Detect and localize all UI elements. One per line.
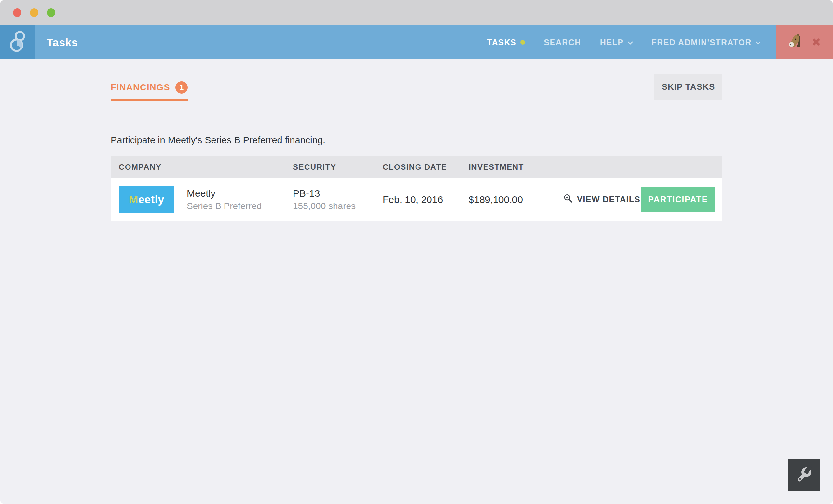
nav-item-tasks[interactable]: TASKS [487, 38, 525, 47]
page-title: Tasks [47, 36, 78, 49]
company-security-type: Series B Preferred [187, 200, 262, 212]
nav-item-search[interactable]: SEARCH [544, 38, 581, 47]
tab-financings[interactable]: FINANCINGS 1 [111, 81, 188, 101]
nav-item-user-menu[interactable]: FRED ADMIN'STRATOR [652, 38, 761, 47]
table-header-row: COMPANY SECURITY CLOSING DATE INVESTMENT [111, 156, 722, 178]
investment-cell: $189,100.00 [469, 194, 550, 205]
zoom-window-button[interactable] [47, 8, 55, 17]
chevron-down-icon [756, 41, 761, 45]
tab-financings-label: FINANCINGS [111, 82, 170, 93]
close-icon [812, 38, 820, 47]
meetly-logo: Meetly [119, 186, 174, 213]
column-header-company: COMPANY [111, 162, 293, 172]
view-details-button[interactable]: VIEW DETAILS [563, 194, 640, 205]
participate-button[interactable]: PARTICIPATE [641, 187, 715, 212]
company-name: Meetly [187, 187, 262, 200]
company-cell: Meetly Meetly Series B Preferred [111, 186, 293, 213]
eshares-logo[interactable] [0, 25, 35, 59]
close-window-button[interactable] [13, 8, 22, 17]
dev-tools-button[interactable] [788, 459, 820, 491]
investment-amount: $189,100.00 [469, 194, 523, 205]
macos-titlebar [0, 0, 833, 25]
closing-date-cell: Feb. 10, 2016 [383, 194, 469, 205]
nav-item-help[interactable]: HELP [600, 38, 633, 47]
column-header-security: SECURITY [293, 162, 383, 172]
app-window: Tasks TASKS SEARCH HELP FRED ADMIN'STRAT… [0, 0, 833, 504]
zoom-in-icon [563, 194, 573, 205]
horse-emoji-icon [788, 34, 804, 51]
financings-table: COMPANY SECURITY CLOSING DATE INVESTMENT… [111, 156, 722, 221]
closing-date: Feb. 10, 2016 [383, 194, 443, 205]
column-header-closing-date: CLOSING DATE [383, 162, 469, 172]
security-shares: 155,000 shares [293, 200, 383, 212]
eshares-logo-icon [7, 28, 28, 56]
dismiss-demo-button[interactable] [812, 38, 820, 47]
chevron-down-icon [628, 41, 633, 45]
wrench-icon [795, 465, 813, 484]
view-details-label: VIEW DETAILS [577, 195, 640, 204]
security-label: PB-13 [293, 187, 383, 200]
tabs-row: FINANCINGS 1 SKIP TASKS [111, 59, 722, 101]
column-header-investment: INVESTMENT [469, 162, 550, 172]
security-cell: PB-13 155,000 shares [293, 187, 383, 212]
company-meta: Meetly Series B Preferred [187, 187, 262, 212]
financings-count-badge: 1 [175, 81, 188, 94]
app-header: Tasks TASKS SEARCH HELP FRED ADMIN'STRAT… [0, 25, 833, 59]
demo-mode-banner [776, 25, 833, 59]
main-nav: TASKS SEARCH HELP FRED ADMIN'STRATOR [487, 25, 761, 59]
tasks-indicator-dot [520, 40, 525, 45]
minimize-window-button[interactable] [30, 8, 39, 17]
task-description: Participate in Meetly's Series B Preferr… [111, 135, 722, 146]
main-content: FINANCINGS 1 SKIP TASKS Participate in M… [0, 59, 833, 504]
skip-tasks-button[interactable]: SKIP TASKS [654, 74, 722, 100]
table-row: Meetly Meetly Series B Preferred PB-13 1… [111, 178, 722, 221]
